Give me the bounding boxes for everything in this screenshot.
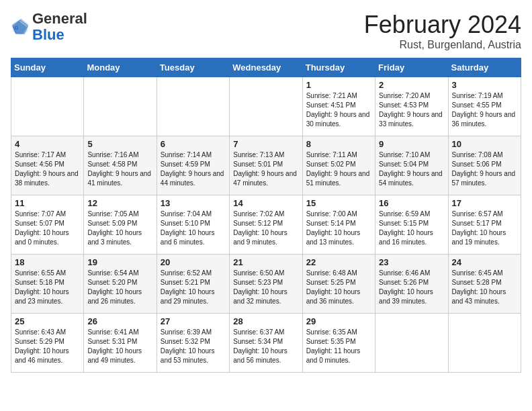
day-info: Sunrise: 6:37 AM Sunset: 5:34 PM Dayligh… (233, 328, 298, 365)
day-info: Sunrise: 7:05 AM Sunset: 5:09 PM Dayligh… (87, 210, 152, 247)
day-number: 25 (15, 316, 80, 326)
logo-blue: Blue (32, 26, 64, 43)
calendar-cell: 5Sunrise: 7:16 AM Sunset: 4:58 PM Daylig… (84, 136, 157, 195)
day-number: 1 (306, 80, 371, 90)
day-info: Sunrise: 6:54 AM Sunset: 5:20 PM Dayligh… (87, 269, 152, 306)
calendar-cell: 1Sunrise: 7:21 AM Sunset: 4:51 PM Daylig… (302, 77, 375, 136)
calendar-cell: 28Sunrise: 6:37 AM Sunset: 5:34 PM Dayli… (230, 314, 302, 373)
calendar-week-0: 1Sunrise: 7:21 AM Sunset: 4:51 PM Daylig… (11, 77, 521, 136)
day-number: 11 (15, 198, 80, 208)
calendar-cell (157, 77, 229, 136)
calendar-cell: 20Sunrise: 6:52 AM Sunset: 5:21 PM Dayli… (157, 255, 229, 314)
calendar-body: 1Sunrise: 7:21 AM Sunset: 4:51 PM Daylig… (11, 77, 521, 373)
day-number: 29 (306, 316, 371, 326)
day-number: 23 (379, 257, 444, 267)
day-number: 17 (452, 198, 517, 208)
calendar-cell: 3Sunrise: 7:19 AM Sunset: 4:55 PM Daylig… (448, 77, 521, 136)
day-number: 14 (233, 198, 298, 208)
day-info: Sunrise: 6:35 AM Sunset: 5:35 PM Dayligh… (306, 328, 371, 365)
day-info: Sunrise: 7:17 AM Sunset: 4:56 PM Dayligh… (15, 150, 80, 188)
calendar-week-1: 4Sunrise: 7:17 AM Sunset: 4:56 PM Daylig… (11, 136, 521, 195)
day-info: Sunrise: 6:46 AM Sunset: 5:26 PM Dayligh… (379, 269, 444, 306)
day-info: Sunrise: 7:19 AM Sunset: 4:55 PM Dayligh… (452, 91, 517, 129)
day-number: 6 (161, 139, 226, 149)
day-info: Sunrise: 7:10 AM Sunset: 5:04 PM Dayligh… (379, 150, 444, 188)
day-info: Sunrise: 7:02 AM Sunset: 5:12 PM Dayligh… (233, 210, 298, 247)
calendar-cell: 16Sunrise: 6:59 AM Sunset: 5:15 PM Dayli… (375, 195, 448, 255)
calendar-cell: 2Sunrise: 7:20 AM Sunset: 4:53 PM Daylig… (375, 77, 448, 136)
title-area: February 2024 Rust, Burgenland, Austria (364, 11, 521, 51)
day-number: 21 (233, 257, 298, 267)
day-number: 3 (452, 80, 517, 90)
day-number: 5 (87, 139, 152, 149)
calendar-cell (448, 314, 521, 373)
day-number: 22 (306, 257, 371, 267)
calendar-cell: 10Sunrise: 7:08 AM Sunset: 5:06 PM Dayli… (448, 136, 521, 195)
day-number: 2 (379, 80, 444, 90)
calendar-cell: 29Sunrise: 6:35 AM Sunset: 5:35 PM Dayli… (302, 314, 375, 373)
day-number: 8 (306, 139, 371, 149)
day-info: Sunrise: 7:07 AM Sunset: 5:07 PM Dayligh… (15, 210, 80, 247)
calendar-cell: 26Sunrise: 6:41 AM Sunset: 5:31 PM Dayli… (84, 314, 157, 373)
header-cell-saturday: Saturday (448, 58, 521, 77)
header-cell-sunday: Sunday (11, 58, 84, 77)
day-info: Sunrise: 6:48 AM Sunset: 5:25 PM Dayligh… (306, 269, 371, 306)
logo-icon: G (11, 17, 30, 36)
calendar-cell: 21Sunrise: 6:50 AM Sunset: 5:23 PM Dayli… (230, 255, 302, 314)
day-number: 26 (87, 316, 152, 326)
header-cell-wednesday: Wednesday (230, 58, 302, 77)
day-info: Sunrise: 6:50 AM Sunset: 5:23 PM Dayligh… (233, 269, 298, 306)
calendar-cell: 23Sunrise: 6:46 AM Sunset: 5:26 PM Dayli… (375, 255, 448, 314)
day-number: 9 (379, 139, 444, 149)
calendar-cell: 14Sunrise: 7:02 AM Sunset: 5:12 PM Dayli… (230, 195, 302, 255)
calendar-cell: 9Sunrise: 7:10 AM Sunset: 5:04 PM Daylig… (375, 136, 448, 195)
calendar-cell: 24Sunrise: 6:45 AM Sunset: 5:28 PM Dayli… (448, 255, 521, 314)
calendar-cell (11, 77, 84, 136)
day-number: 19 (87, 257, 152, 267)
day-number: 24 (452, 257, 517, 267)
page-title: February 2024 (364, 11, 521, 39)
day-number: 4 (15, 139, 80, 149)
calendar-cell (375, 314, 448, 373)
day-info: Sunrise: 7:04 AM Sunset: 5:10 PM Dayligh… (161, 210, 226, 247)
calendar-cell: 15Sunrise: 7:00 AM Sunset: 5:14 PM Dayli… (302, 195, 375, 255)
day-info: Sunrise: 6:52 AM Sunset: 5:21 PM Dayligh… (161, 269, 226, 306)
day-number: 18 (15, 257, 80, 267)
header-row: SundayMondayTuesdayWednesdayThursdayFrid… (11, 58, 521, 77)
calendar-cell: 8Sunrise: 7:11 AM Sunset: 5:02 PM Daylig… (302, 136, 375, 195)
day-info: Sunrise: 6:45 AM Sunset: 5:28 PM Dayligh… (452, 269, 517, 306)
calendar-table: SundayMondayTuesdayWednesdayThursdayFrid… (11, 58, 521, 373)
calendar-cell: 4Sunrise: 7:17 AM Sunset: 4:56 PM Daylig… (11, 136, 84, 195)
day-info: Sunrise: 6:55 AM Sunset: 5:18 PM Dayligh… (15, 269, 80, 306)
day-number: 28 (233, 316, 298, 326)
calendar-cell: 7Sunrise: 7:13 AM Sunset: 5:01 PM Daylig… (230, 136, 302, 195)
calendar-cell: 13Sunrise: 7:04 AM Sunset: 5:10 PM Dayli… (157, 195, 229, 255)
calendar-header: SundayMondayTuesdayWednesdayThursdayFrid… (11, 58, 521, 77)
day-number: 27 (161, 316, 226, 326)
calendar-cell (230, 77, 302, 136)
calendar-week-3: 18Sunrise: 6:55 AM Sunset: 5:18 PM Dayli… (11, 255, 521, 314)
calendar-cell: 17Sunrise: 6:57 AM Sunset: 5:17 PM Dayli… (448, 195, 521, 255)
day-info: Sunrise: 6:59 AM Sunset: 5:15 PM Dayligh… (379, 210, 444, 247)
calendar-cell: 6Sunrise: 7:14 AM Sunset: 4:59 PM Daylig… (157, 136, 229, 195)
day-number: 15 (306, 198, 371, 208)
day-info: Sunrise: 7:21 AM Sunset: 4:51 PM Dayligh… (306, 91, 371, 129)
header-cell-thursday: Thursday (302, 58, 375, 77)
calendar-cell: 12Sunrise: 7:05 AM Sunset: 5:09 PM Dayli… (84, 195, 157, 255)
day-number: 13 (161, 198, 226, 208)
header: G General Blue February 2024 Rust, Burge… (11, 11, 521, 51)
page-subtitle: Rust, Burgenland, Austria (364, 39, 521, 51)
day-info: Sunrise: 6:41 AM Sunset: 5:31 PM Dayligh… (87, 328, 152, 365)
day-number: 12 (87, 198, 152, 208)
day-info: Sunrise: 7:16 AM Sunset: 4:58 PM Dayligh… (87, 150, 152, 188)
calendar-week-4: 25Sunrise: 6:43 AM Sunset: 5:29 PM Dayli… (11, 314, 521, 373)
day-info: Sunrise: 7:11 AM Sunset: 5:02 PM Dayligh… (306, 150, 371, 188)
day-info: Sunrise: 7:14 AM Sunset: 4:59 PM Dayligh… (161, 150, 226, 188)
svg-text:G: G (15, 25, 19, 31)
calendar-cell: 25Sunrise: 6:43 AM Sunset: 5:29 PM Dayli… (11, 314, 84, 373)
day-number: 20 (161, 257, 226, 267)
calendar-cell: 11Sunrise: 7:07 AM Sunset: 5:07 PM Dayli… (11, 195, 84, 255)
calendar-cell: 19Sunrise: 6:54 AM Sunset: 5:20 PM Dayli… (84, 255, 157, 314)
day-info: Sunrise: 7:08 AM Sunset: 5:06 PM Dayligh… (452, 150, 517, 188)
day-number: 16 (379, 198, 444, 208)
